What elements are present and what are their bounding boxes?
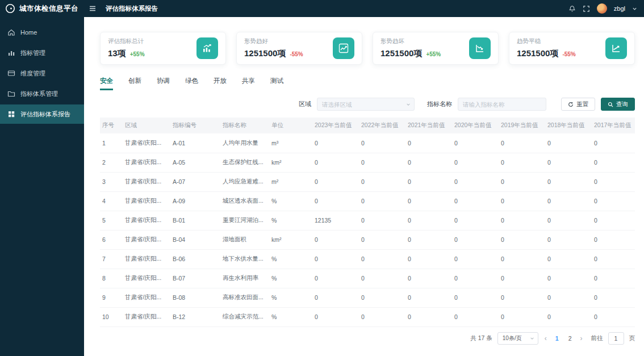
stat-label: 趋势平稳 xyxy=(517,37,576,45)
table-cell: B-04 xyxy=(170,230,220,249)
table-row: 4甘肃省/庆阳...A-09城区透水表面...%0000000 xyxy=(100,191,635,211)
column-header: 2020年当前值 xyxy=(452,118,499,133)
sidebar-item-indicator-system-mgmt[interactable]: 指标体系管理 xyxy=(0,84,84,103)
sidebar-item-dimension-mgmt[interactable]: 维度管理 xyxy=(0,64,84,83)
table-cell: 甘肃省/庆阳... xyxy=(123,307,170,326)
table-cell: 0 xyxy=(452,288,499,307)
table-cell: % xyxy=(269,211,312,230)
page-number-2[interactable]: 2 xyxy=(566,335,574,342)
page-size-select[interactable]: 10条/页 xyxy=(497,332,538,345)
goto-page-input[interactable] xyxy=(608,332,624,345)
tab-innovation[interactable]: 创新 xyxy=(128,77,141,90)
table-cell: 0 xyxy=(312,133,359,153)
chevron-down-icon xyxy=(530,336,534,341)
table-cell: 0 xyxy=(359,230,405,249)
table-cell: km² xyxy=(269,153,312,172)
stat-delta: -55% xyxy=(562,51,575,57)
column-header: 指标名称 xyxy=(220,118,269,133)
bell-icon[interactable] xyxy=(568,5,576,12)
table-cell: 2 xyxy=(100,153,123,172)
avatar[interactable] xyxy=(597,3,607,14)
page-number-1[interactable]: 1 xyxy=(553,335,561,342)
table-cell: 甘肃省/庆阳... xyxy=(123,153,170,172)
sidebar-item-label: Home xyxy=(20,29,37,36)
search-button[interactable]: 查询 xyxy=(601,98,635,111)
tab-green[interactable]: 绿色 xyxy=(185,77,198,90)
username[interactable]: zbgl xyxy=(614,5,625,12)
region-select[interactable] xyxy=(317,98,415,111)
table-cell: 0 xyxy=(499,288,545,307)
reset-button[interactable]: 重置 xyxy=(561,98,595,111)
sidebar-item-home[interactable]: Home xyxy=(0,23,84,42)
table-row: 9甘肃省/庆阳...B-08高标准农田面...%0000000 xyxy=(100,288,635,307)
table-cell: 0 xyxy=(592,307,635,326)
app-title: 城市体检信息平台 xyxy=(19,4,78,14)
table-cell: 0 xyxy=(312,230,359,249)
pagination: 共 17 条 10条/页 ‹ 1 2 › 前往 页 xyxy=(100,332,635,345)
table-cell: 0 xyxy=(499,269,545,288)
prev-page-icon[interactable]: ‹ xyxy=(543,334,548,342)
table-cell: A-07 xyxy=(170,172,220,191)
table-cell: 甘肃省/庆阳... xyxy=(123,172,170,191)
stat-delta: +55% xyxy=(130,51,145,57)
indicator-name-field[interactable] xyxy=(458,98,546,111)
sidebar-nav: Home 指标管理 维度管理 指标体系管理 评估指标体系报告 xyxy=(0,23,84,124)
stat-card-improving: 形势趋好 1251500项 -55% xyxy=(236,32,362,65)
table-cell: 0 xyxy=(592,288,635,307)
sidebar-item-label: 指标体系管理 xyxy=(20,90,58,98)
table-cell: 0 xyxy=(592,211,635,230)
table-cell: 0 xyxy=(405,288,452,307)
table-cell: 4 xyxy=(100,191,123,211)
table-cell: 0 xyxy=(405,249,452,269)
tab-open[interactable]: 开放 xyxy=(214,77,227,90)
table-cell: 0 xyxy=(405,133,452,153)
table-cell: 0 xyxy=(499,191,545,211)
next-page-icon[interactable]: › xyxy=(579,334,584,342)
card-icon xyxy=(7,69,15,77)
table-cell: 0 xyxy=(405,230,452,249)
tab-coordination[interactable]: 协调 xyxy=(157,77,170,90)
grid-icon xyxy=(7,110,15,118)
table-cell: 人均应急避难... xyxy=(220,172,269,191)
region-select-input[interactable] xyxy=(317,98,415,111)
table-cell: 0 xyxy=(452,191,499,211)
indicator-name-label: 指标名称 xyxy=(427,100,452,108)
table-cell: km² xyxy=(269,230,312,249)
table-cell: 5 xyxy=(100,211,123,230)
table-cell: 1 xyxy=(100,133,123,153)
sidebar-item-evaluation-report[interactable]: 评估指标体系报告 xyxy=(0,104,84,124)
fullscreen-icon[interactable] xyxy=(583,5,590,12)
table-cell: m³ xyxy=(269,133,312,153)
sidebar-item-indicator-mgmt[interactable]: 指标管理 xyxy=(0,43,84,62)
line-chart-up-icon xyxy=(333,37,354,59)
page-suffix-label: 页 xyxy=(629,334,635,342)
stat-label: 评估指标总计 xyxy=(108,37,145,45)
sidebar-item-label: 维度管理 xyxy=(20,69,45,78)
table-cell: 0 xyxy=(592,249,635,269)
column-header: 2022年当前值 xyxy=(359,118,405,133)
table-cell: 10 xyxy=(100,307,123,326)
table-cell: 0 xyxy=(452,269,499,288)
table-cell: 0 xyxy=(312,172,359,191)
tab-sharing[interactable]: 共享 xyxy=(242,77,255,90)
table-row: 3甘肃省/庆阳...A-07人均应急避难...m²0000000 xyxy=(100,172,635,191)
table-cell: B-01 xyxy=(170,211,220,230)
stat-card-worsening: 形势趋坏 1251500项 +55% xyxy=(373,32,499,65)
table-row: 5甘肃省/庆阳...B-01重要江河湖泊...%12135000000 xyxy=(100,211,635,230)
table-cell: 0 xyxy=(545,249,592,269)
tab-test[interactable]: 测试 xyxy=(270,77,283,90)
hamburger-icon[interactable] xyxy=(89,5,97,12)
indicator-name-input[interactable] xyxy=(458,98,546,111)
goto-label: 前往 xyxy=(591,334,603,342)
table-cell: 0 xyxy=(499,133,545,153)
tab-safety[interactable]: 安全 xyxy=(100,77,113,90)
chevron-down-icon[interactable] xyxy=(632,6,637,11)
table-cell: 0 xyxy=(452,211,499,230)
reset-button-label: 重置 xyxy=(576,100,588,108)
sidebar-item-label: 评估指标体系报告 xyxy=(20,110,70,119)
topbar-page-tab[interactable]: 评估指标体系报告 xyxy=(106,5,158,13)
table-cell: B-12 xyxy=(170,307,220,326)
table-cell: 0 xyxy=(545,133,592,153)
table-cell: 0 xyxy=(359,269,405,288)
refresh-icon xyxy=(568,102,574,107)
